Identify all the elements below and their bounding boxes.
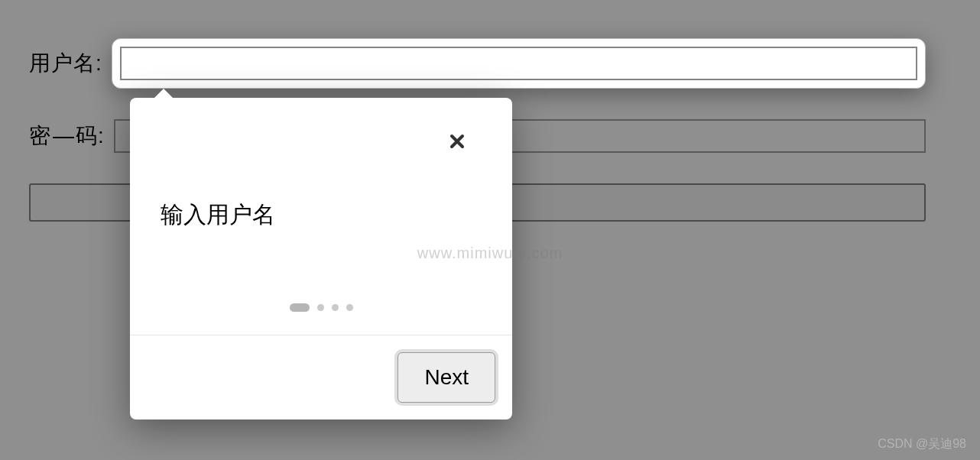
next-button[interactable]: Next	[398, 352, 495, 403]
password-label-suffix: 码:	[76, 124, 105, 147]
step-dot-2[interactable]	[317, 304, 324, 311]
close-icon[interactable]	[448, 132, 466, 154]
password-label-spacer	[53, 137, 74, 138]
step-dot-3[interactable]	[332, 304, 339, 311]
password-label: 密码:	[29, 121, 105, 151]
username-input-highlight	[112, 38, 926, 89]
username-label: 用户名:	[29, 49, 102, 78]
watermark-corner: CSDN @吴迪98	[878, 436, 966, 452]
step-dot-1[interactable]	[290, 303, 310, 312]
step-dot-4[interactable]	[346, 304, 353, 311]
tour-popup: 输入用户名 Next	[130, 98, 512, 420]
username-row: 用户名:	[29, 38, 926, 89]
pagination-dots	[161, 303, 482, 312]
tooltip-footer: Next	[130, 335, 512, 420]
tooltip-body: 输入用户名	[130, 98, 512, 335]
username-input[interactable]	[120, 47, 917, 80]
password-label-prefix: 密	[29, 124, 51, 147]
tooltip-message: 输入用户名	[161, 199, 482, 231]
